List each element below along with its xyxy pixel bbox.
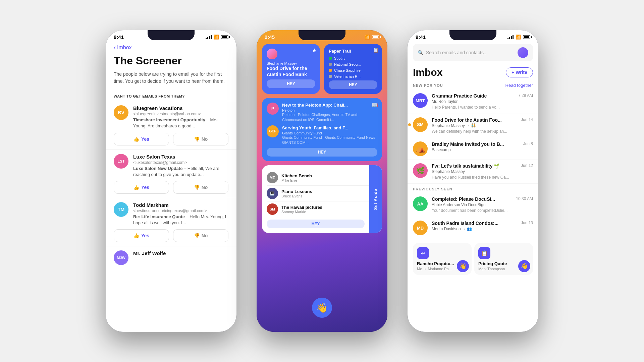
new-section-label: NEW FOR YOU (413, 83, 443, 87)
email-sender-6: Merita Davidson → 👥 (432, 227, 533, 231)
pt-label-2: National Geog... (334, 62, 361, 66)
email-time-5: 10:30 AM (516, 196, 533, 201)
widget-avatar-1 (267, 49, 277, 59)
email-subject-4: Fw: Let's talk sustainability 🌱 (432, 163, 518, 169)
email-sender-1: Mr. Ron Taylor (432, 99, 533, 104)
sa-sender-3: Sammy Markle (281, 210, 377, 214)
wl-avatar-1: P (267, 103, 279, 115)
no-button-2[interactable]: 👎 No (173, 181, 228, 194)
wl-item-2: GCF Serving Youth, Families, and F... Gi… (267, 125, 377, 145)
set-aside-items: ME Kitchen Bench Mike Erre 🎹 Piano Lesso… (267, 170, 377, 217)
sender-preview-1: Timeshare Investment Opportunity – Mrs. … (133, 117, 228, 129)
widget-paper-trail[interactable]: 📋 Paper Trail Spotify National Geog... C… (324, 44, 382, 94)
status-icons-3: 📶 (507, 35, 530, 40)
search-placeholder: Search emails and contacts... (426, 50, 515, 55)
widget-hey-3[interactable]: HEY (267, 148, 377, 157)
widget-food-drive[interactable]: ★ Stephanie Massey Food Drive for the Au… (262, 44, 320, 94)
write-button[interactable]: + Write (506, 67, 533, 77)
phone-2-screen: 2:45 📶 ★ Stephanie M (257, 30, 387, 332)
email-sender-2: Stephanie Massey → 🧑‍🤝‍🧑 (432, 123, 533, 128)
wave-icon-2[interactable]: 👋 (518, 260, 530, 272)
back-label: Imbox (117, 45, 132, 51)
yes-no-buttons-2: 👍 Yes 👎 No (114, 181, 228, 194)
widget-subject-1: Food Drive for the Austin Food Bank (267, 65, 315, 77)
search-bar[interactable]: 🔍 Search emails and contacts... (413, 44, 533, 61)
pt-item-4: Veterinarian R... (329, 74, 377, 78)
email-item-3[interactable]: ⛺ Bradley Maine invited you to B... Jun … (408, 138, 538, 160)
set-aside-hey[interactable]: HEY (267, 220, 365, 228)
widget-row-1: ★ Stephanie Massey Food Drive for the Au… (262, 44, 382, 94)
imbox-header: Imbox + Write (408, 64, 538, 79)
status-icons-1: 📶 (206, 35, 228, 40)
email-item-5[interactable]: AA Completed: Please DocuSi... 10:30 AM … (408, 193, 538, 217)
back-button[interactable]: ‹ Imbox (114, 44, 228, 51)
email-subject-1: Grammar Practice Guide (432, 93, 516, 99)
screener-question: WANT TO GET EMAILS FROM THEM? (106, 90, 236, 101)
set-aside-tab[interactable]: Set Aside (369, 165, 382, 233)
doc-icon: 📋 (373, 47, 379, 53)
sender-row-2: LST Luxe Salon Texas <luxesalontexas@gma… (114, 154, 228, 178)
widgets-container: ★ Stephanie Massey Food Drive for the Au… (257, 44, 387, 233)
battery-icon-2 (372, 35, 379, 39)
pt-label-4: Veterinarian R... (334, 74, 361, 78)
sender-name-1: Bluegreen Vacations (133, 105, 228, 111)
wl-avatar-2: GCF (267, 125, 279, 137)
email-preview-5: Your document has been completedJulie... (432, 208, 533, 214)
set-aside-content: ME Kitchen Bench Mike Erre 🎹 Piano Lesso… (267, 170, 377, 217)
email-time-3: Jun 8 (523, 141, 533, 146)
pt-item-3: Chase Sapphire (329, 68, 377, 72)
wl-preview-2: Giants Community Fund - Giants Community… (282, 135, 377, 145)
phone-2: 2:45 📶 ★ Stephanie M (257, 30, 387, 332)
time-2: 2:45 (265, 34, 275, 40)
book-icon: 📖 (371, 102, 378, 108)
email-subject-6: South Padre Island Condos:... (432, 221, 518, 226)
email-item-2[interactable]: SM Food Drive for the Austin Foo... Jun … (408, 114, 538, 138)
yes-button-3[interactable]: 👍 Yes (114, 229, 169, 242)
widget-hey-2[interactable]: HEY (329, 80, 377, 89)
bottom-cards: ↩ Rancho Poquito... Me → Marianne Pa... … (408, 240, 538, 278)
sender-email-2: <luxesalontexas@gmail.com> (133, 160, 228, 165)
sa-content-1: Kitchen Bench Mike Erre (281, 173, 377, 182)
email-time-6: Jun 13 (521, 221, 533, 225)
sender-info-3: Todd Markham <bestinsurancepricingtexas@… (133, 202, 228, 226)
wave-icon-1[interactable]: 👋 (457, 260, 469, 272)
wave-button[interactable]: 👋 (312, 298, 332, 318)
wl-content-2: Serving Youth, Families, and F... Giants… (282, 125, 377, 145)
widget-set-aside[interactable]: ME Kitchen Bench Mike Erre 🎹 Piano Lesso… (262, 165, 382, 233)
email-avatar-6: MD (413, 221, 428, 235)
widget-large[interactable]: 📖 P New to the Peloton App: Chall... Pel… (262, 98, 382, 161)
pt-item-1: Spotify (329, 56, 377, 60)
email-content-6: South Padre Island Condos:... Jun 13 Mer… (432, 221, 533, 232)
sa-item-2: 🎹 Piano Lessons Bruce Evans (267, 186, 377, 201)
email-content-2: Food Drive for the Austin Foo... Jun 14 … (432, 117, 533, 134)
sender-preview-3: Re: Life Insurance Quote – Hello Mrs. Yo… (133, 214, 228, 226)
email-avatar-1: MRT (413, 93, 428, 108)
prev-section-label: PREVIOUSLY SEEN (413, 187, 452, 191)
search-icon: 🔍 (418, 50, 423, 55)
mini-card-1[interactable]: ↩ Rancho Poquito... Me → Marianne Pa... … (413, 243, 472, 275)
no-button-3[interactable]: 👎 No (173, 229, 228, 242)
email-item-4[interactable]: 🌿 Fw: Let's talk sustainability 🌱 Jun 12… (408, 160, 538, 184)
sender-info-1: Bluegreen Vacations <bluegreeninvestment… (133, 105, 228, 129)
sa-content-3: The Hawaii pictures Sammy Markle (281, 205, 377, 214)
read-together-link[interactable]: Read together (505, 83, 533, 88)
widget-hey-1[interactable]: HEY (267, 79, 315, 88)
wl-content-1: New to the Peloton App: Chall... Peloton… (282, 103, 377, 123)
widget-avatar-row-1 (267, 49, 315, 59)
screener-item-4: MJW Mr. Jeff Wolfe (106, 246, 236, 273)
unread-dot-2 (408, 123, 411, 126)
mini-card-2[interactable]: 📋 Pricing Quote Mark Thompson 👋 (474, 243, 533, 275)
sa-content-2: Piano Lessons Bruce Evans (281, 189, 377, 198)
wl-sender-1: Peloton (282, 108, 377, 112)
sender-name-4: Mr. Jeff Wolfe (133, 250, 228, 256)
yes-button-2[interactable]: 👍 Yes (114, 181, 169, 194)
wifi-icon-2: 📶 (365, 35, 370, 40)
email-item-6[interactable]: MD South Padre Island Condos:... Jun 13 … (408, 217, 538, 239)
no-button-1[interactable]: 👎 No (173, 133, 228, 145)
paper-trail-title: Paper Trail (329, 49, 377, 54)
screener-header: ‹ Imbox The Screener The people below ar… (106, 41, 236, 90)
sender-info-4: Mr. Jeff Wolfe (133, 250, 228, 256)
yes-button-1[interactable]: 👍 Yes (114, 133, 169, 145)
email-item-1[interactable]: MRT Grammar Practice Guide 7:29 AM Mr. R… (408, 90, 538, 114)
sender-row-3: TM Todd Markham <bestinsurancepricingtex… (114, 202, 228, 226)
